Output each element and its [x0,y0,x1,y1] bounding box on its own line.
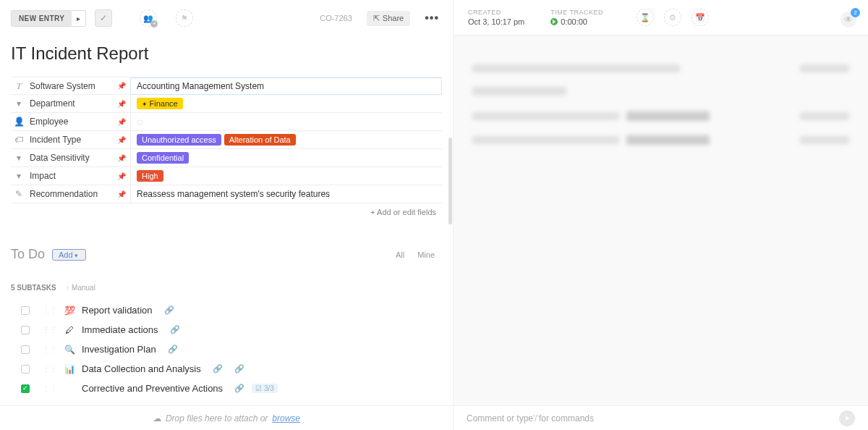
drag-handle-icon[interactable]: ⋮⋮ [43,384,57,392]
link-icon[interactable]: 🔗 [234,384,244,393]
sort-button[interactable]: ↑Manual [67,284,95,292]
field-department: ▾ Department 📌 Finance [11,95,442,113]
link-icon[interactable]: 🔗 [168,345,178,354]
subtasks-count: 5 SUBTASKS [11,284,56,292]
subtask-row[interactable]: ⋮⋮💯Report validation🔗 [11,300,442,320]
field-employee: 👤 Employee 📌 ◌ [11,113,442,131]
play-icon[interactable] [550,18,558,25]
alteration-of-data-tag: Alteration of Data [224,134,296,146]
subtask-row[interactable]: ⋮⋮📊Data Collection and Analysis🔗🔗 [11,359,442,379]
data-sensitivity-value[interactable]: Confidential [130,149,442,166]
checklist-progress-badge: ☑ 3/3 [252,384,278,393]
link-icon[interactable]: 🔗 [164,305,174,315]
todo-heading: To Do [11,247,45,262]
field-data-sensitivity: ▾ Data Sensitivity 📌 Confidential [11,149,442,167]
notification-count: 2 [851,8,860,17]
subtask-checkbox[interactable] [21,306,30,315]
page-title[interactable]: IT Incident Report [11,43,442,64]
text-field-icon: 𝑇 [14,81,24,91]
settings-icon[interactable]: ⚙ [664,9,681,26]
employee-value[interactable]: ◌ [130,113,442,130]
priority-flag-icon[interactable]: ⚑ [176,9,193,27]
link-icon[interactable]: 🔗 [170,325,180,334]
browse-link[interactable]: browse [272,413,300,423]
scrollbar[interactable] [448,138,452,340]
subtask-checkbox[interactable] [21,326,30,334]
pin-icon[interactable]: 📌 [117,136,126,144]
hourglass-icon[interactable]: ⌛ [637,9,654,26]
pin-icon[interactable]: 📌 [117,154,126,162]
drag-handle-icon[interactable]: ⋮⋮ [43,326,57,334]
send-icon[interactable]: ➤ [839,410,855,426]
subtask-checkbox[interactable] [21,384,30,393]
watchers-button[interactable]: 👁 2 [841,12,856,28]
field-software-system: 𝑇 Software System 📌 Accounting Managemen… [11,77,442,95]
time-tracked-meta: TIME TRACKED 0:00:00 [550,9,603,26]
subtask-checkbox[interactable] [21,345,30,354]
new-entry-dropdown[interactable]: ▸ [72,10,86,27]
unauthorized-access-tag: Unauthorized access [137,134,221,146]
pin-icon[interactable]: 📌 [117,190,126,198]
subtask-title: Investigation Plan [82,344,156,355]
subtask-title: Report validation [82,305,153,316]
drag-handle-icon[interactable]: ⋮⋮ [43,306,57,314]
field-incident-type: 🏷 Incident Type 📌 Unauthorized access Al… [11,131,442,149]
custom-fields: 𝑇 Software System 📌 Accounting Managemen… [11,77,442,221]
pin-icon[interactable]: 📌 [117,118,126,126]
share-icon: ⇱ [373,14,380,23]
subtask-row[interactable]: ⋮⋮🖊Immediate actions🔗 [11,320,442,340]
filter-all[interactable]: All [396,250,404,259]
tag-field-icon: 🏷 [14,135,24,145]
activity-panel [454,35,868,188]
pin-icon[interactable]: 📌 [117,100,126,108]
drag-handle-icon[interactable]: ⋮⋮ [43,365,57,373]
cloud-upload-icon: ☁ [153,413,161,423]
complete-task-button[interactable]: ✓ [95,9,112,27]
person-field-icon: 👤 [14,117,24,127]
field-impact: ▾ Impact 📌 High [11,167,442,185]
attachment-dropzone[interactable]: ☁ Drop files here to attach or browse [0,406,454,430]
field-recommendation: ✎ Recommendation 📌 Reassess management s… [11,185,442,203]
link-icon[interactable]: 🔗 [213,364,223,374]
calendar-icon[interactable]: 📅 [692,9,709,26]
confidential-tag: Confidential [137,152,189,164]
task-id: CO-7263 [320,14,352,22]
subtask-emoji: 📊 [64,364,75,374]
subtask-emoji: 🖊 [64,325,75,335]
add-edit-fields-button[interactable]: + Add or edit fields [11,203,442,221]
incident-type-value[interactable]: Unauthorized access Alteration of Data [130,131,442,148]
drag-handle-icon[interactable]: ⋮⋮ [43,345,57,353]
impact-value[interactable]: High [130,167,442,185]
share-button[interactable]: ⇱ Share [367,11,410,26]
subtask-title: Corrective and Preventive Actions [82,383,223,394]
loading-icon: ◌ [137,118,143,126]
pin-icon[interactable]: 📌 [117,172,126,180]
assignee-add-icon[interactable]: 👥+ [140,9,157,27]
subtask-emoji: 🔍 [64,345,75,355]
filter-mine[interactable]: Mine [417,250,435,259]
new-entry-button[interactable]: NEW ENTRY [11,10,72,27]
subtask-title: Data Collection and Analysis [82,363,201,374]
subtask-checkbox[interactable] [21,365,30,374]
department-value[interactable]: Finance [130,95,442,112]
dropdown-field-icon: ▾ [14,153,24,163]
created-meta: CREATED Oct 3, 10:17 pm [468,9,524,26]
dropdown-field-icon: ▾ [14,171,24,181]
software-system-input[interactable]: Accounting Management System [130,77,442,95]
add-subtask-button[interactable]: Add [52,249,86,261]
pin-icon[interactable]: 📌 [117,82,126,90]
recommendation-input[interactable]: Reassess management system's security fe… [130,185,442,203]
subtask-emoji: 💯 [64,305,75,316]
link-icon[interactable]: 🔗 [234,364,244,374]
subtask-row[interactable]: ⋮⋮🔍Investigation Plan🔗 [11,340,442,359]
finance-tag: Finance [137,98,183,109]
text-field-icon: ✎ [14,189,24,199]
high-tag: High [137,170,163,182]
subtask-title: Immediate actions [82,324,158,335]
comment-input[interactable]: Comment or type '/' for commands ➤ [454,406,868,430]
more-menu-icon[interactable]: ••• [425,12,439,25]
dropdown-field-icon: ▾ [14,98,24,109]
sort-icon: ↑ [67,284,70,292]
subtask-row[interactable]: ⋮⋮Corrective and Preventive Actions🔗☑ 3/… [11,379,442,398]
